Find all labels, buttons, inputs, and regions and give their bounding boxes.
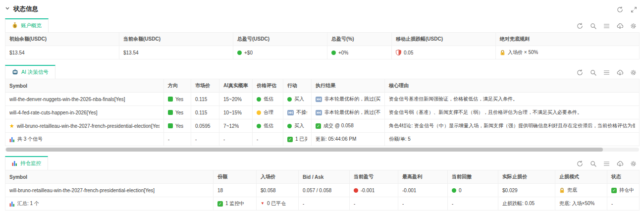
menu-icon[interactable] <box>603 160 610 166</box>
cell-text: - <box>303 201 304 207</box>
tab-label: AI 决策信号 <box>21 69 49 76</box>
tab-positions[interactable]: 持仓监控 <box>5 156 48 170</box>
cell-text: will-4-fed-rate-cuts-happen-in-2026[Yes] <box>9 110 98 115</box>
table-header-row: 初始余额(USDC)当前余额(USDC)总盈亏(USDC)总盈亏(%)移动止损跌… <box>5 33 640 46</box>
cloud-download-icon[interactable] <box>617 22 623 29</box>
cell-direction: Yes <box>164 119 191 133</box>
cell-text: 0.0595 <box>195 123 211 129</box>
column-header-total-pnl-usdc: 总盈亏(USDC) <box>233 33 327 46</box>
cell-trailing-stop: 0.05 <box>392 46 496 59</box>
section-title-text: 状态信息 <box>13 5 38 13</box>
chart-icon <box>9 201 15 207</box>
cell-ai-probability: - <box>219 133 253 146</box>
check-icon: ✓ <box>217 201 223 207</box>
column-header-ai-probability: AI真实概率 <box>219 79 253 93</box>
check-icon: ✓ <box>611 188 617 193</box>
expand-icon[interactable] <box>631 6 637 12</box>
cell-status: ✓持仓中 <box>607 184 640 197</box>
cell-symbol: ★will-bruno-retailleau-win-the-2027-fren… <box>5 119 164 133</box>
chevron-down-icon[interactable] <box>5 5 10 12</box>
cell-price-eval: 低估 <box>253 119 283 133</box>
green-dot <box>452 188 456 193</box>
column-header-floor-rule: 绝对兜底规则 <box>496 33 640 46</box>
cell-text: 7~12% <box>223 123 239 129</box>
cell-max-profit: - <box>398 197 448 211</box>
panel-toolbar <box>577 22 639 29</box>
cell-text: - <box>452 201 453 207</box>
cell-text: 汇总: 1 个 <box>17 200 39 207</box>
cell-text: Yes <box>175 110 183 115</box>
column-header-trailing-stop: 移动止损跌幅(USDC) <box>392 33 496 46</box>
column-header-market-price: 市场价 <box>191 79 219 93</box>
svg-text:$: $ <box>14 24 16 28</box>
red-dot <box>354 188 358 193</box>
search-icon[interactable] <box>590 22 596 29</box>
column-header-core-reason: 核心理由 <box>385 79 640 93</box>
panel-ai-signals: AI 决策信号 Symbol方向市场价AI真实概率价格评估行动执行结果核心理由w… <box>5 65 639 152</box>
green-dot <box>257 97 261 102</box>
settings-icon[interactable] <box>630 22 637 29</box>
cell-core-reason: 份额/单: 5 <box>385 133 640 146</box>
cell-text: 非本轮最优标的，跳过(买入) <box>324 96 380 103</box>
cell-text: 1 已买入 <box>295 136 307 143</box>
menu-icon[interactable] <box>603 22 610 29</box>
chart-icon <box>12 160 17 167</box>
cell-core-reason: 角色4结论: 资金信号（中）显示增量入场，新闻支撑（强）提供明确信息利好且存在定… <box>385 119 640 133</box>
scrollbar-thumb[interactable] <box>6 148 603 152</box>
cell-symbol: will-4-fed-rate-cuts-happen-in-2026[Yes] <box>5 106 164 119</box>
cell-bid-ask: 0.057 / 0.058 <box>299 184 350 197</box>
tabbar: $ 账户概览 <box>5 18 639 32</box>
cell-text: -0.001 <box>361 188 375 193</box>
horizontal-scrollbar[interactable] <box>5 148 639 152</box>
settings-icon[interactable] <box>630 69 637 75</box>
cloud-download-icon[interactable] <box>617 69 623 75</box>
cell-initial-balance: $13.54 <box>5 46 119 59</box>
shield-icon <box>396 50 401 55</box>
refresh-icon[interactable] <box>577 69 583 75</box>
cell-text: 15~20% <box>223 97 242 102</box>
cell-text: will-the-denver-nuggets-win-the-2026-nba… <box>9 97 125 102</box>
cell-text: 不操作 <box>296 109 307 116</box>
table-row: ★will-bruno-retailleau-win-the-2027-fren… <box>5 119 640 133</box>
star-icon: ★ <box>9 123 14 129</box>
cell-text: - <box>223 137 225 142</box>
moneybag-icon: $ <box>12 22 18 29</box>
cloud-download-icon[interactable] <box>617 160 623 166</box>
green-square <box>168 110 173 115</box>
column-header-entry-price: 入场价 <box>257 170 299 184</box>
cell-text: 非本轮最优标的，跳过(不操作) <box>324 109 380 116</box>
cell-text: $0.029 <box>502 188 518 193</box>
cell-text: Yes <box>175 97 183 102</box>
cell-text: $0.058 <box>261 188 276 193</box>
cell-text: 0.05 <box>404 50 413 55</box>
cell-text: 兜底 <box>567 187 577 194</box>
settings-icon[interactable] <box>630 160 637 166</box>
cell-status: - <box>607 197 640 211</box>
cell-symbol: will-the-denver-nuggets-win-the-2026-nba… <box>5 93 164 106</box>
tab-account-overview[interactable]: $ 账户概览 <box>5 18 49 32</box>
search-icon[interactable] <box>590 69 596 75</box>
cell-text: - <box>257 137 258 142</box>
cell-direction: Yes <box>164 106 191 119</box>
search-icon[interactable] <box>590 160 596 166</box>
cell-shares: 18 <box>214 184 257 197</box>
refresh-icon[interactable] <box>617 6 623 12</box>
skip-icon <box>287 110 294 115</box>
refresh-icon[interactable] <box>577 160 583 166</box>
cell-total-pnl-usdc: +$0 <box>233 46 327 59</box>
cell-text: 买入 <box>294 122 304 129</box>
status-info-section: 状态信息 $ 账户概览 初始余额(USDC)当前余额(USDC)总盈亏(USDC… <box>0 0 644 211</box>
refresh-icon[interactable] <box>577 22 583 29</box>
cell-total-pnl-pct: +0% <box>327 46 392 59</box>
table-row: will-bruno-retailleau-win-the-2027-frenc… <box>5 184 640 197</box>
cell-entry-price: $0.058 <box>257 184 299 197</box>
cell-direction: Yes <box>164 93 191 106</box>
menu-icon[interactable] <box>603 69 610 75</box>
cell-exec-result: 非本轮最优标的，跳过(买入) <box>312 93 385 106</box>
cell-action: 买入 <box>283 119 312 133</box>
tab-ai-signals[interactable]: AI 决策信号 <box>5 65 55 79</box>
down-triangle-icon: ▼ <box>261 201 265 206</box>
column-header-bid-ask: Bid / Ask <box>299 170 350 184</box>
column-header-shares: 份额 <box>214 170 257 184</box>
green-dot <box>257 124 261 128</box>
